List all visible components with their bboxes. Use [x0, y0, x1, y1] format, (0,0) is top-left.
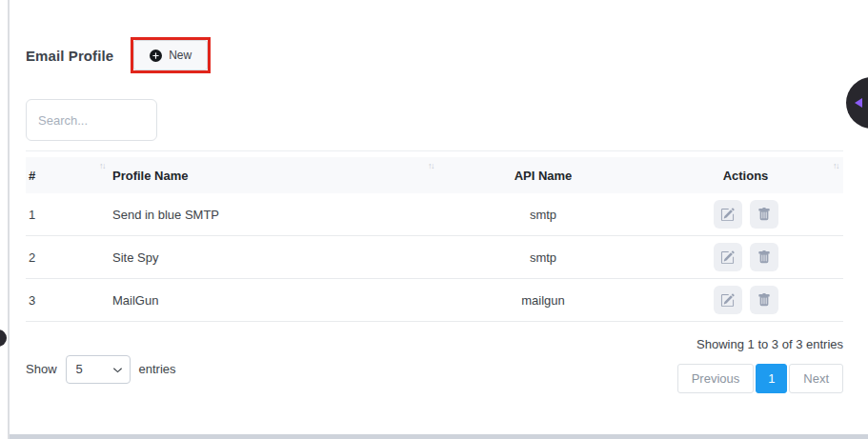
page-size-select[interactable]: 5 [66, 355, 131, 384]
left-divider [8, 0, 10, 439]
page-size-select-wrap: 5 [66, 355, 131, 384]
entries-summary: Showing 1 to 3 of 3 entries [696, 337, 843, 351]
profile-name-cell: MailGun [110, 293, 438, 308]
page-1-button[interactable]: 1 [756, 364, 787, 393]
plus-circle-icon [150, 50, 162, 62]
trash-icon [757, 293, 771, 307]
delete-button[interactable] [750, 286, 778, 314]
profile-name-cell: Send in blue SMTP [110, 208, 438, 222]
title-row: Email Profile New [26, 37, 843, 73]
email-profile-table: # ↑↓ Profile Name ↑↓ API Name Actions ↑↓… [26, 150, 843, 322]
new-button-label: New [169, 49, 192, 62]
next-page-button[interactable]: Next [789, 364, 843, 393]
entries-label: entries [139, 362, 176, 376]
main-content: Email Profile New # ↑↓ Profile Name [26, 0, 843, 393]
table-footer: Show 5 entries Showing 1 to 3 of 3 entri… [26, 337, 843, 393]
delete-button[interactable] [750, 243, 778, 271]
page-title: Email Profile [26, 48, 113, 64]
api-name-cell: mailgun [438, 293, 648, 308]
edit-icon [720, 208, 735, 222]
delete-button[interactable] [750, 200, 778, 229]
column-header-actions[interactable]: Actions ↑↓ [648, 157, 843, 193]
edit-icon [720, 250, 735, 265]
pagination: Previous 1 Next [677, 364, 843, 393]
table-row: 1 Send in blue SMTP smtp [26, 193, 843, 236]
row-index: 2 [26, 250, 110, 265]
new-button[interactable]: New [133, 40, 208, 70]
left-edge-fab[interactable] [0, 329, 7, 347]
column-header-label: # [29, 169, 35, 183]
edit-button[interactable] [714, 286, 742, 314]
column-header-label: Actions [723, 169, 769, 183]
pagination-area: Showing 1 to 3 of 3 entries Previous 1 N… [677, 337, 843, 393]
page-size-control: Show 5 entries [26, 345, 176, 393]
previous-page-button[interactable]: Previous [677, 364, 755, 393]
sort-icon: ↑↓ [428, 161, 434, 170]
trash-icon [757, 208, 771, 221]
table-row: 2 Site Spy smtp [26, 236, 843, 279]
table-header-row: # ↑↓ Profile Name ↑↓ API Name Actions ↑↓ [26, 157, 843, 193]
annotation-highlight-box: New [131, 37, 211, 73]
actions-cell [648, 200, 843, 229]
arrow-left-icon [852, 96, 865, 110]
collapse-fab[interactable] [846, 77, 868, 129]
profile-name-cell: Site Spy [110, 250, 438, 265]
sort-icon: ↑↓ [833, 161, 838, 170]
row-index: 1 [26, 208, 110, 222]
api-name-cell: smtp [438, 208, 648, 222]
show-label: Show [26, 362, 57, 376]
api-name-cell: smtp [438, 250, 648, 265]
column-header-label: API Name [515, 169, 573, 183]
sort-icon: ↑↓ [99, 161, 105, 170]
row-index: 3 [26, 293, 110, 308]
table-row: 3 MailGun mailgun [26, 279, 843, 322]
bottom-strip [10, 434, 868, 439]
column-header-label: Profile Name [112, 169, 188, 183]
search-input[interactable] [26, 99, 157, 141]
email-profile-page: Email Profile New # ↑↓ Profile Name [0, 0, 868, 439]
trash-icon [757, 250, 771, 264]
column-header-profile-name[interactable]: Profile Name ↑↓ [110, 157, 438, 193]
column-header-api-name[interactable]: API Name [438, 157, 648, 193]
column-header-index[interactable]: # ↑↓ [26, 157, 110, 193]
edit-button[interactable] [714, 243, 742, 271]
edit-button[interactable] [714, 200, 742, 229]
actions-cell [648, 243, 843, 271]
actions-cell [648, 286, 843, 314]
edit-icon [720, 293, 735, 308]
